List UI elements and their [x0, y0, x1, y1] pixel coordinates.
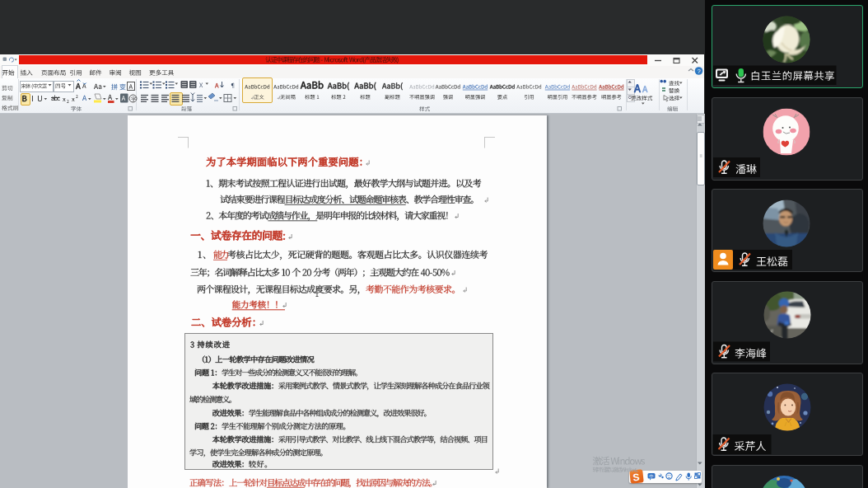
svg-text:?: ? — [697, 68, 700, 75]
svg-text:中: 中 — [649, 474, 654, 479]
svg-text:S: S — [632, 472, 640, 484]
